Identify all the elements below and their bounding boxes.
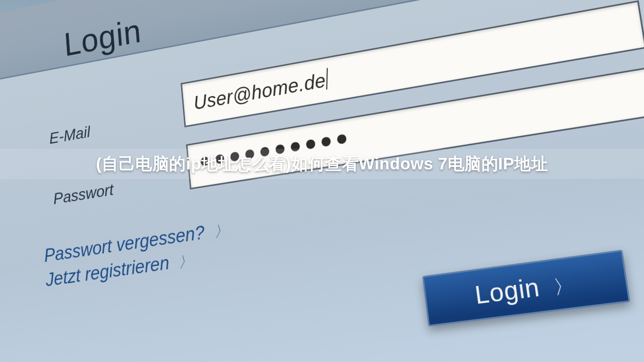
login-panel: Login E-Mail User@home.de Passwort ●●●●●…	[0, 0, 644, 362]
email-label: E-Mail	[49, 123, 91, 148]
chevron-right-icon: 〉	[552, 274, 576, 299]
perspective-scene: Login E-Mail User@home.de Passwort ●●●●●…	[0, 0, 644, 362]
chevron-right-icon: 〉	[178, 252, 193, 270]
password-mask: ●●●●●●●●●●	[198, 124, 352, 173]
panel-title: Login	[63, 12, 143, 63]
chevron-right-icon: 〉	[213, 222, 228, 240]
email-value: User@home.de	[193, 69, 327, 114]
login-button[interactable]: Login 〉	[422, 250, 630, 327]
auxiliary-links: Passwort vergessen? 〉 Jetzt registrieren…	[43, 216, 231, 293]
login-button-label: Login	[473, 273, 541, 309]
text-caret	[326, 68, 328, 89]
password-label: Passwort	[53, 180, 114, 208]
